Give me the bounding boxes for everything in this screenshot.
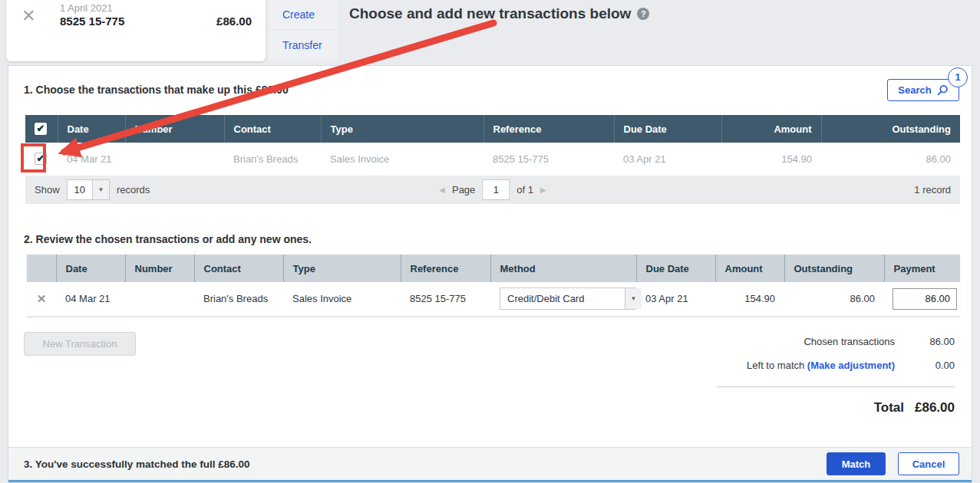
cell-type: Sales Invoice xyxy=(321,143,483,176)
record-count: 1 record xyxy=(914,184,951,196)
page-label: Page xyxy=(452,184,475,196)
make-adjustment-link[interactable]: (Make adjustment) xyxy=(807,360,895,371)
col-number: Number xyxy=(125,115,224,143)
col-contact: Contact xyxy=(224,115,321,143)
chosen-transactions-value: 86.00 xyxy=(895,336,955,347)
left-to-match-text: Left to match xyxy=(747,360,804,371)
page-title-text: Choose and add new transactions below xyxy=(349,5,631,21)
col-type: Type xyxy=(321,115,483,143)
cell-due-date: 03 Apr 21 xyxy=(636,282,715,316)
match-button[interactable]: Match xyxy=(827,452,886,475)
payment-amount-input[interactable] xyxy=(893,288,957,310)
totals-divider xyxy=(717,386,955,387)
total-value: £86.00 xyxy=(915,400,955,416)
cell-amount: 154.90 xyxy=(721,143,821,176)
records-label: records xyxy=(117,184,150,196)
page-title: Choose and add new transactions below? xyxy=(349,5,649,22)
match-panel: 1. Choose the transactions that make up … xyxy=(8,65,972,483)
pagination-bar: Show 10 ▼ records ◀ Page of 1 ▶ 1 record xyxy=(25,176,960,204)
col-date: Date xyxy=(56,255,125,282)
col-method: Method xyxy=(490,255,636,282)
table-row[interactable]: ✔ 04 Mar 21 Brian's Breads Sales Invoice… xyxy=(25,143,960,176)
totals-summary: Chosen transactions 86.00 Left to match … xyxy=(717,336,955,416)
search-results-badge: 1 xyxy=(948,67,968,87)
table-header-row: Date Number Contact Type Reference Metho… xyxy=(27,255,960,282)
cell-number xyxy=(125,282,194,316)
row-checkbox[interactable]: ✔ xyxy=(35,153,47,165)
cell-due-date: 03 Apr 21 xyxy=(614,143,721,176)
statement-date: 1 April 2021 xyxy=(60,2,113,14)
next-page-icon[interactable]: ▶ xyxy=(540,186,546,194)
prev-page-icon[interactable]: ◀ xyxy=(439,186,445,194)
section2-title: 2. Review the chosen transactions or add… xyxy=(24,233,312,245)
col-due-date: Due Date xyxy=(636,255,715,282)
left-to-match-value: 0.00 xyxy=(895,360,955,371)
chosen-transactions-table: Date Number Contact Type Reference Metho… xyxy=(27,255,960,317)
cell-reference: 8525 15-775 xyxy=(401,282,490,316)
left-to-match-label: Left to match (Make adjustment) xyxy=(747,360,895,371)
col-date: Date xyxy=(58,115,125,143)
col-outstanding: Outstanding xyxy=(821,115,960,143)
tab-transfer[interactable]: Transfer xyxy=(269,31,338,60)
col-reference: Reference xyxy=(483,115,614,143)
status-prefix: 3. You've successfully matched the full xyxy=(24,458,216,470)
search-button-label: Search xyxy=(898,84,931,96)
cell-type: Sales Invoice xyxy=(283,282,401,316)
page-of-label: of 1 xyxy=(516,184,533,196)
page-size-select[interactable]: 10 ▼ xyxy=(67,179,110,200)
select-all-checkbox[interactable]: ✔ xyxy=(35,123,47,135)
cell-outstanding: 86.00 xyxy=(784,282,884,316)
cell-date: 04 Mar 21 xyxy=(56,282,125,316)
cell-contact: Brian's Breads xyxy=(194,282,283,316)
col-amount: Amount xyxy=(715,255,784,282)
page-number-input[interactable] xyxy=(482,179,510,200)
col-reference: Reference xyxy=(401,255,490,282)
cell-reference: 8525 15-775 xyxy=(483,143,614,176)
table-row: ✕ 04 Mar 21 Brian's Breads Sales Invoice… xyxy=(27,282,960,316)
candidate-transactions-table: ✔ Date Number Contact Type Reference Due… xyxy=(25,115,960,176)
help-icon[interactable]: ? xyxy=(637,8,649,20)
new-transaction-button[interactable]: New Transaction xyxy=(24,332,136,356)
cell-number xyxy=(125,143,224,176)
table-header-row: ✔ Date Number Contact Type Reference Due… xyxy=(25,115,960,143)
panel-bottom-accent xyxy=(8,480,972,482)
statement-line-card: ✕ 1 April 2021 8525 15-775 £86.00 xyxy=(6,0,266,61)
chosen-transactions-label: Chosen transactions xyxy=(803,336,895,347)
col-due-date: Due Date xyxy=(614,115,721,143)
status-message: 3. You've successfully matched the full … xyxy=(24,448,250,480)
col-amount: Amount xyxy=(721,115,821,143)
col-number: Number xyxy=(125,255,194,282)
total-label: Total xyxy=(874,400,904,416)
col-payment: Payment xyxy=(884,255,960,282)
search-icon xyxy=(937,84,949,96)
cell-date: 04 Mar 21 xyxy=(58,143,125,176)
remove-row-icon[interactable]: ✕ xyxy=(37,292,47,305)
col-type: Type xyxy=(283,255,401,282)
col-contact: Contact xyxy=(194,255,283,282)
chevron-down-icon: ▼ xyxy=(625,288,642,309)
tab-create[interactable]: Create xyxy=(269,0,338,29)
cell-amount: 154.90 xyxy=(715,282,784,316)
close-icon[interactable]: ✕ xyxy=(21,8,35,25)
reconcile-match-screen: ✕ 1 April 2021 8525 15-775 £86.00 Create… xyxy=(0,0,980,483)
footer-bar: 3. You've successfully matched the full … xyxy=(8,447,972,480)
cell-outstanding: 86.00 xyxy=(821,143,960,176)
page-size-value: 10 xyxy=(68,180,92,199)
statement-amount: £86.00 xyxy=(216,15,252,28)
show-label: Show xyxy=(35,184,60,196)
reconcile-tabs: Create Transfer xyxy=(269,0,338,61)
status-amount: £86.00 xyxy=(218,458,249,470)
payment-method-select[interactable]: Credit/Debit Card ▼ xyxy=(500,288,642,310)
payment-method-value: Credit/Debit Card xyxy=(500,288,625,309)
cancel-button[interactable]: Cancel xyxy=(898,452,959,475)
col-outstanding: Outstanding xyxy=(784,255,884,282)
chevron-down-icon: ▼ xyxy=(92,180,109,199)
section1-title: 1. Choose the transactions that make up … xyxy=(24,84,289,96)
statement-reference: 8525 15-775 xyxy=(60,15,124,28)
cell-contact: Brian's Breads xyxy=(224,143,321,176)
